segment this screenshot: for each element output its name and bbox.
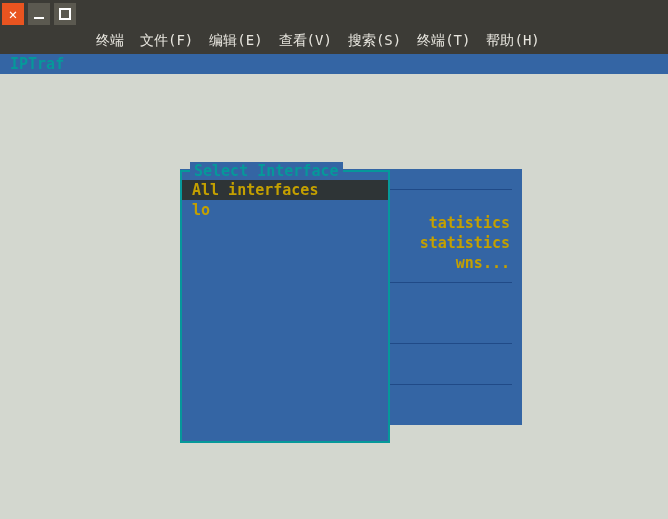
list-item[interactable]: All interfaces xyxy=(182,180,388,200)
svg-rect-1 xyxy=(60,9,70,19)
menu-search[interactable]: 搜索(S) xyxy=(342,30,407,52)
menu-edit[interactable]: 编辑(E) xyxy=(203,30,268,52)
app-title-bar: IPTraf xyxy=(0,54,668,74)
bg-line: tatistics xyxy=(429,213,510,233)
maximize-icon xyxy=(59,8,71,20)
menu-term[interactable]: 终端(T) xyxy=(411,30,476,52)
bg-line: wns... xyxy=(456,253,510,273)
list-item[interactable]: lo xyxy=(182,200,388,220)
menubar: 终端 文件(F) 编辑(E) 查看(V) 搜索(S) 终端(T) 帮助(H) xyxy=(0,28,668,54)
window-maximize-button[interactable] xyxy=(54,3,76,25)
window-titlebar: ✕ xyxy=(0,0,668,28)
menu-view[interactable]: 查看(V) xyxy=(273,30,338,52)
panel-title: Select Interface xyxy=(190,162,343,180)
window-close-button[interactable]: ✕ xyxy=(2,3,24,25)
menu-help[interactable]: 帮助(H) xyxy=(480,30,545,52)
terminal-area: IPTraf tatistics statistics wns... Selec… xyxy=(0,54,668,519)
app-title: IPTraf xyxy=(10,55,64,73)
close-icon: ✕ xyxy=(9,6,17,22)
menu-file[interactable]: 文件(F) xyxy=(134,30,199,52)
select-interface-panel: Select Interface All interfaces lo xyxy=(180,170,390,443)
window-minimize-button[interactable] xyxy=(28,3,50,25)
interface-list[interactable]: All interfaces lo xyxy=(182,180,388,220)
minimize-icon xyxy=(33,8,45,20)
bg-line: statistics xyxy=(420,233,510,253)
menu-terminal[interactable]: 终端 xyxy=(90,30,130,52)
svg-rect-0 xyxy=(34,17,44,19)
